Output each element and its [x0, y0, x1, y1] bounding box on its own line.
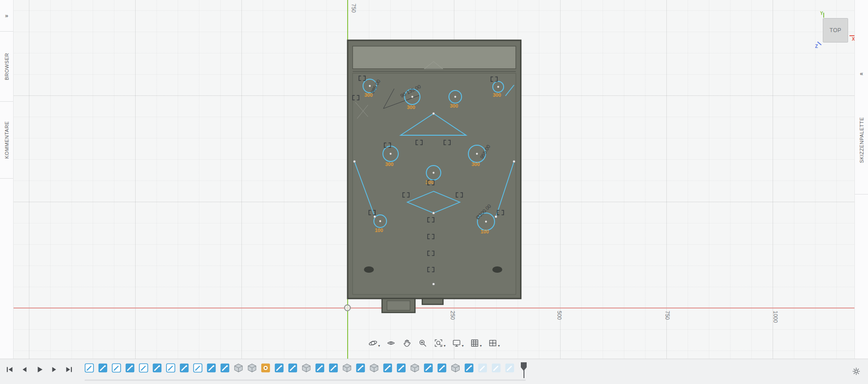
nav-viewports-button[interactable]: ▾: [487, 337, 501, 349]
sketch-outline-feature-icon: [139, 363, 148, 373]
timeline-item-sketch[interactable]: [220, 363, 230, 373]
timeline-track[interactable]: [85, 363, 514, 373]
timeline-scrollbar[interactable]: [85, 379, 526, 381]
timeline-item-sketch[interactable]: [464, 363, 474, 373]
nav-orbit-button[interactable]: ▾: [367, 337, 381, 349]
gear-icon: [851, 366, 861, 376]
timeline-item-sketch[interactable]: [179, 363, 189, 373]
viewports-icon: [488, 338, 498, 348]
sidebar-tab-kommentare[interactable]: KOMMENTARE: [0, 102, 13, 179]
viewcube-axis-y: Y: [820, 11, 823, 16]
timeline-item-sketch[interactable]: [396, 363, 406, 373]
sketch-feature-icon: [396, 363, 406, 373]
timeline-item-faded[interactable]: [505, 363, 514, 373]
timeline-item-sketch-outline[interactable]: [193, 363, 203, 373]
timeline-item-sketch-outline[interactable]: [85, 363, 94, 373]
right-panel-strip: « SKIZZENPALETTE: [854, 0, 868, 359]
timeline-item-feature[interactable]: [234, 363, 243, 373]
nav-zoom-button[interactable]: [416, 337, 429, 349]
zoom-icon: [418, 338, 427, 348]
view-navigation-toolbar: ▾▾▾▾▾: [367, 337, 501, 349]
timeline-item-sketch-outline[interactable]: [112, 363, 121, 373]
timeline-item-sketch[interactable]: [207, 363, 216, 373]
model-hole: [492, 266, 502, 273]
sketch-origin-point[interactable]: [344, 304, 351, 311]
timeline-item-feature[interactable]: [451, 363, 460, 373]
timeline-item-sketch[interactable]: [383, 363, 392, 373]
timeline-marker[interactable]: [521, 362, 527, 379]
sketch-point[interactable]: [432, 283, 434, 285]
sketch-point[interactable]: [353, 160, 355, 162]
timeline-settings-button[interactable]: [850, 365, 863, 378]
circle-diameter-label: 300: [493, 92, 501, 98]
timeline-item-faded[interactable]: [491, 363, 501, 373]
timeline-item-faded[interactable]: [478, 363, 487, 373]
dropdown-caret-icon[interactable]: ▾: [480, 344, 482, 348]
timeline-item-hole[interactable]: [261, 363, 270, 373]
playback-skip-start-button[interactable]: [4, 364, 15, 375]
viewcube-face-top[interactable]: TOP: [823, 18, 848, 43]
dropdown-caret-icon[interactable]: ▾: [462, 344, 463, 348]
sidebar-tab-skizzenpalette[interactable]: SKIZZENPALETTE: [855, 86, 868, 194]
sketch-point[interactable]: [432, 112, 434, 114]
timeline-item-feature[interactable]: [247, 363, 257, 373]
sketch-outline-feature-icon: [193, 363, 203, 373]
circle-diameter-label: 100: [375, 228, 383, 233]
timeline-item-sketch-outline[interactable]: [166, 363, 175, 373]
timeline-item-sketch[interactable]: [356, 363, 365, 373]
circle-diameter-label: 300: [472, 161, 480, 167]
playback-step-back-button[interactable]: [19, 364, 30, 375]
sidebar-tab-browser[interactable]: BROWSER: [0, 32, 13, 102]
sketch-point[interactable]: [495, 215, 497, 218]
sketch-feature-icon: [329, 363, 338, 373]
expand-browser-icon[interactable]: »: [5, 12, 8, 19]
fusion-app: 300300300300300300300100100985.0090 135.…: [0, 0, 868, 384]
timeline-item-sketch[interactable]: [315, 363, 325, 373]
play-icon: [35, 365, 44, 374]
playback-skip-end-button[interactable]: [63, 364, 75, 375]
sketch-feature-icon: [437, 363, 447, 373]
timeline-item-sketch[interactable]: [437, 363, 447, 373]
timeline-item-sketch[interactable]: [98, 363, 108, 373]
viewport-canvas[interactable]: 300300300300300300300100100985.0090 135.…: [0, 0, 868, 359]
timeline: [0, 359, 868, 384]
dropdown-caret-icon[interactable]: ▾: [378, 344, 380, 348]
nav-pan-button[interactable]: [401, 337, 413, 349]
nav-look-at-button[interactable]: [385, 337, 397, 349]
timeline-item-sketch[interactable]: [288, 363, 297, 373]
ruler-label: 1000: [772, 311, 778, 323]
timeline-item-feature[interactable]: [410, 363, 420, 373]
left-panel-strip: » BROWSER KOMMENTARE: [0, 0, 14, 359]
nav-grid-settings-button[interactable]: ▾: [469, 337, 483, 349]
timeline-item-sketch-outline[interactable]: [139, 363, 148, 373]
timeline-item-sketch[interactable]: [152, 363, 162, 373]
sketch-feature-icon: [179, 363, 189, 373]
viewcube[interactable]: TOP Y X Z: [823, 18, 848, 43]
orbit-icon: [368, 338, 377, 348]
expand-sketch-palette-icon[interactable]: «: [860, 70, 863, 77]
playback-play-button[interactable]: [33, 364, 45, 375]
timeline-item-sketch[interactable]: [329, 363, 338, 373]
sketch-point[interactable]: [373, 215, 376, 218]
dropdown-caret-icon[interactable]: ▾: [498, 344, 500, 348]
timeline-item-feature[interactable]: [302, 363, 311, 373]
timeline-item-sketch[interactable]: [424, 363, 433, 373]
sketch-point[interactable]: [432, 212, 434, 214]
timeline-item-feature[interactable]: [342, 363, 352, 373]
pan-icon: [402, 338, 411, 348]
feature-feature-icon: [234, 363, 243, 373]
display-settings-icon: [452, 338, 461, 348]
nav-fit-button[interactable]: ▾: [432, 337, 447, 349]
timeline-item-sketch[interactable]: [274, 363, 284, 373]
timeline-item-sketch[interactable]: [125, 363, 135, 373]
nav-display-settings-button[interactable]: ▾: [450, 337, 465, 349]
feature-feature-icon: [369, 363, 379, 373]
look-at-icon: [386, 338, 396, 348]
dropdown-caret-icon[interactable]: ▾: [443, 344, 445, 348]
playback-step-forward-button[interactable]: [48, 364, 60, 375]
viewcube-axis-z: Z: [815, 44, 818, 49]
sketch-feature-icon: [424, 363, 433, 373]
y-axis-tick: [823, 13, 824, 18]
timeline-item-feature[interactable]: [369, 363, 379, 373]
sketch-point[interactable]: [513, 160, 515, 162]
